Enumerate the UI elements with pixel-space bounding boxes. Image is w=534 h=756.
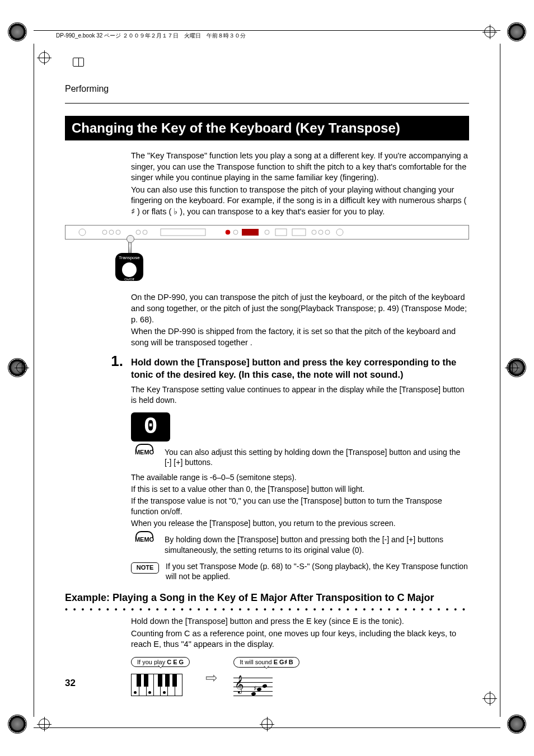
cross-mark-icon (15, 360, 29, 375)
registration-mark-icon (507, 22, 526, 41)
book-icon (73, 58, 84, 67)
bubble-sound-prefix: It will sound (240, 659, 274, 665)
svg-point-0 (79, 229, 86, 236)
page-number: 32 (65, 678, 76, 689)
after-panel-paragraph-1: On the DP-990, you can transpose the pit… (131, 292, 469, 325)
range-text: The available range is -6–0–5 (semitone … (131, 472, 469, 483)
step-row: 1. Hold down the [Transpose] button and … (65, 356, 469, 381)
registration-mark-icon (8, 715, 27, 734)
after-panel-paragraph-2: When the DP-990 is shipped from the fact… (131, 326, 469, 348)
key-dot-icon (148, 691, 151, 694)
print-bottom-rule (34, 727, 500, 728)
page-heading: Changing the Key of the Keyboard (Key Tr… (65, 116, 469, 140)
registration-mark-icon (507, 715, 526, 734)
transpose-button-callout: Transpose On/Off (115, 253, 143, 281)
note-text: If you set Transpose Mode (p. 68) to "-S… (166, 561, 469, 583)
page-content: Performing Changing the Key of the Keybo… (65, 84, 469, 689)
example-heading: Example: Playing a Song in the Key of E … (65, 592, 469, 604)
cross-mark-icon (37, 50, 51, 65)
keyboard-icon (131, 674, 182, 696)
memo-text: You can also adjust this setting by hold… (165, 447, 469, 468)
crop-line (34, 44, 34, 717)
svg-rect-9 (242, 229, 259, 236)
front-panel-diagram: Transpose On/Off (65, 225, 469, 287)
cross-mark-icon (260, 717, 274, 731)
example-play-column: If you play C E G (131, 657, 190, 696)
svg-point-1 (102, 230, 107, 234)
memo-row: MEMO You can also adjust this setting by… (131, 447, 469, 468)
intro-paragraph-2: You can also use this function to transp… (131, 185, 469, 218)
cross-mark-icon (37, 717, 51, 731)
bubble-play-notes: C E G (167, 659, 184, 665)
svg-point-15 (325, 230, 330, 234)
bubble-sound-notes: E G♯ B (274, 659, 293, 665)
light-text: If this is set to a value other than 0, … (131, 484, 469, 495)
speech-bubble-sound: It will sound E G♯ B (233, 657, 299, 668)
note-row: NOTE If you set Transpose Mode (p. 68) t… (131, 561, 469, 583)
svg-point-10 (265, 230, 269, 234)
svg-rect-6 (161, 229, 205, 236)
svg-point-14 (318, 230, 323, 234)
crop-line (500, 44, 500, 717)
music-staff-icon: 𝄞 ♯ (233, 677, 273, 696)
svg-point-2 (109, 230, 114, 234)
memo-icon: MEMO (131, 536, 158, 546)
horizontal-rule (65, 103, 469, 104)
cross-mark-icon (483, 691, 497, 706)
print-meta-bar: DP-990_e.book 32 ページ ２００９年２月１７日 火曜日 午前８時… (34, 30, 500, 42)
sharp-icon: ♯ (254, 684, 257, 692)
arrow-right-icon: ⇨ (205, 669, 218, 687)
memo-text: By holding down the [Transpose] button a… (165, 534, 469, 556)
step-number: 1. (65, 353, 123, 370)
svg-rect-12 (292, 229, 306, 236)
svg-point-3 (116, 230, 120, 234)
dotted-rule: • • • • • • • • • • • • • • • • • • • • … (65, 605, 469, 614)
display-value: 0 (143, 415, 157, 439)
memo-icon: MEMO (131, 448, 158, 458)
key-dot-icon (134, 691, 137, 694)
print-meta-text: DP-990_e.book 32 ページ ２００９年２月１７日 火曜日 午前８時… (56, 32, 246, 40)
panel-strip-icon (65, 225, 469, 240)
svg-point-5 (143, 230, 147, 234)
speech-bubble-play: If you play C E G (131, 657, 190, 667)
svg-point-8 (233, 230, 238, 234)
callout-sublabel: On/Off (115, 277, 143, 281)
lcd-display: 0 (131, 412, 170, 442)
example-diagram: If you play C E G ⇨ (131, 657, 469, 696)
example-sound-column: It will sound E G♯ B 𝄞 ♯ (233, 657, 299, 696)
example-paragraph-2: Counting from C as a reference point, on… (131, 628, 469, 650)
callout-label: Transpose (115, 255, 143, 261)
svg-point-13 (312, 230, 316, 234)
key-dot-icon (163, 691, 166, 694)
svg-point-16 (336, 229, 343, 236)
example-paragraph-1: Hold down the [Transpose] button and pre… (131, 616, 469, 627)
dial-icon (122, 262, 137, 277)
treble-clef-icon: 𝄞 (235, 675, 244, 694)
step-instruction: Hold down the [Transpose] button and pre… (131, 356, 469, 381)
callout-connector-icon (128, 238, 132, 253)
svg-point-7 (226, 230, 230, 234)
memo-row: MEMO By holding down the [Transpose] but… (131, 534, 469, 556)
release-text: When you release the [Transpose] button,… (131, 518, 469, 529)
step-subtext: The Key Transpose setting value continue… (131, 384, 469, 406)
onoff-text: If the transpose value is not "0," you c… (131, 496, 469, 517)
panel-strip-svg (65, 226, 469, 239)
registration-mark-icon (8, 22, 27, 41)
svg-point-4 (136, 230, 140, 234)
svg-rect-11 (275, 229, 287, 236)
bubble-play-prefix: If you play (137, 659, 167, 665)
cross-mark-icon (505, 360, 519, 375)
note-icon: NOTE (131, 562, 159, 574)
intro-paragraph-1: The "Key Transpose" function lets you pl… (131, 151, 469, 184)
section-label: Performing (65, 84, 469, 94)
